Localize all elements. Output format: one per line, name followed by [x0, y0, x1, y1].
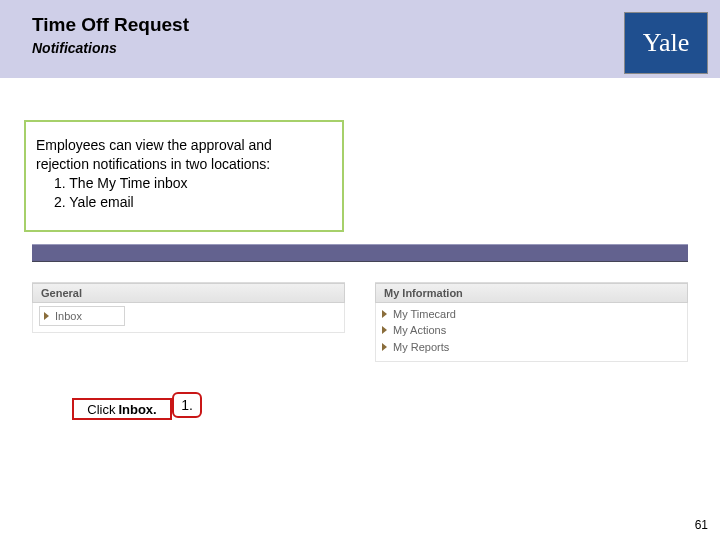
panel-body-general: Inbox [32, 303, 345, 333]
chevron-right-icon [44, 312, 49, 320]
instruction-callout: Click Inbox. [72, 398, 172, 420]
info-line: Employees can view the approval and [36, 136, 332, 155]
panel-body-myinfo: My Timecard My Actions My Reports [375, 303, 688, 362]
info-item: 1. The My Time inbox [54, 174, 332, 193]
item-label: My Timecard [393, 307, 456, 321]
item-label: My Reports [393, 340, 449, 354]
instruction-prefix: Click [87, 402, 115, 417]
list-item[interactable]: My Actions [382, 322, 681, 338]
list-item[interactable]: My Timecard [382, 306, 681, 322]
info-line: rejection notifications in two locations… [36, 155, 332, 174]
page-title: Time Off Request [32, 14, 189, 36]
item-label: My Actions [393, 323, 446, 337]
info-item: 2. Yale email [54, 193, 332, 212]
inbox-label: Inbox [55, 309, 82, 323]
step-marker: 1. [172, 392, 202, 418]
inbox-link[interactable]: Inbox [39, 306, 125, 326]
panel-header-myinfo: My Information [375, 283, 688, 303]
info-callout: Employees can view the approval and reje… [24, 120, 344, 232]
yale-logo: Yale [624, 12, 708, 74]
page-number: 61 [695, 518, 708, 532]
header-text: Time Off Request Notifications [32, 14, 189, 56]
chevron-right-icon [382, 310, 387, 318]
panel-myinfo: My Information My Timecard My Actions My… [375, 282, 688, 362]
page-subtitle: Notifications [32, 40, 189, 56]
step-number: 1. [181, 397, 193, 413]
app-ribbon [32, 244, 688, 262]
header-band: Time Off Request Notifications Yale [0, 0, 720, 78]
chevron-right-icon [382, 343, 387, 351]
panel-general: General Inbox [32, 282, 345, 362]
panels-row: General Inbox My Information My Timecard… [32, 282, 688, 362]
info-list: 1. The My Time inbox 2. Yale email [36, 174, 332, 212]
panel-header-general: General [32, 283, 345, 303]
yale-logo-text: Yale [643, 28, 689, 58]
chevron-right-icon [382, 326, 387, 334]
list-item[interactable]: My Reports [382, 339, 681, 355]
instruction-bold: Inbox. [118, 402, 156, 417]
